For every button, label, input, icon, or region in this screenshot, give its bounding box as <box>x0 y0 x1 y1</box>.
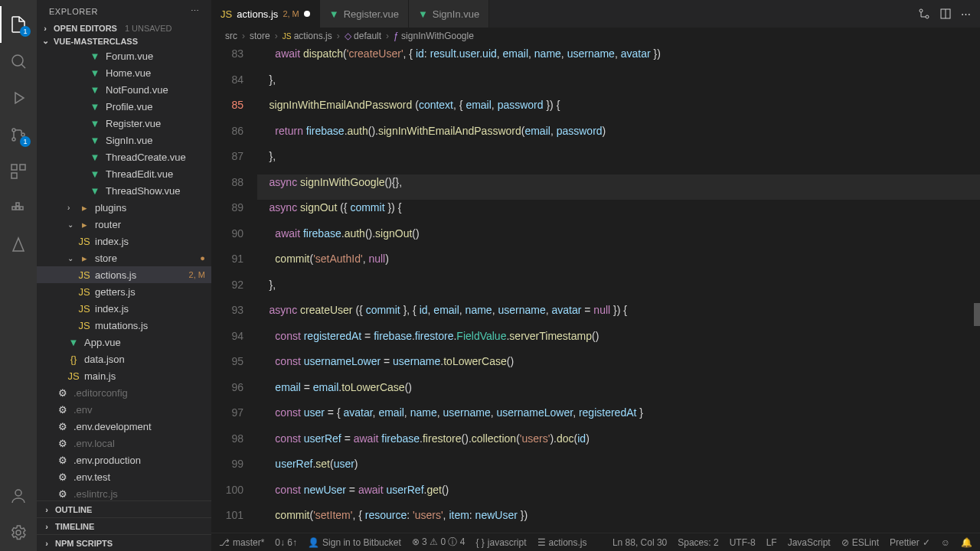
tree-item[interactable]: ▼Forum.vue <box>37 47 211 64</box>
feedback-icon[interactable]: ☺ <box>941 537 950 548</box>
tree-item[interactable]: ⚙.env.test <box>37 468 211 485</box>
tree-item-label: index.js <box>95 303 211 315</box>
tree-item[interactable]: ▼Register.vue <box>37 115 211 132</box>
chevron-icon: ⌄ <box>67 220 78 229</box>
editor[interactable]: 8384858687888990919293949596979899100101… <box>211 44 980 533</box>
tab[interactable]: ▼Register.vue <box>320 0 409 28</box>
tree-item[interactable]: ⚙.editorconfig <box>37 384 211 401</box>
open-editors-section[interactable]: › OPEN EDITORS 1 UNSAVED <box>37 22 211 34</box>
spaces-status[interactable]: Spaces: 2 <box>678 537 718 548</box>
svg-point-11 <box>15 490 21 496</box>
tree-item[interactable]: ▼App.vue <box>37 334 211 350</box>
tree-item-label: NotFound.vue <box>106 84 211 96</box>
tree-item-label: getters.js <box>95 286 211 298</box>
azure-icon[interactable] <box>0 227 37 263</box>
scm-badge: 1 <box>20 136 31 147</box>
tab[interactable]: ▼SignIn.vue <box>409 0 489 28</box>
timeline-section[interactable]: ›TIMELINE <box>37 517 211 534</box>
tree-item[interactable]: ▼ThreadCreate.vue <box>37 148 211 165</box>
git-dot: ● <box>200 253 205 262</box>
code-area[interactable]: await dispatch('createUser', { id: resul… <box>257 44 980 533</box>
breadcrumb-item[interactable]: src <box>225 31 237 41</box>
breadcrumb-item[interactable]: ◇ default <box>345 31 381 41</box>
tree-item[interactable]: ▼ThreadEdit.vue <box>37 165 211 182</box>
breadcrumb-item[interactable]: store <box>250 31 270 41</box>
more-icon[interactable]: ⋯ <box>191 6 200 16</box>
file-tree: ▼Forum.vue▼Home.vue▼NotFound.vue▼Profile… <box>37 47 211 500</box>
tree-item-label: Register.vue <box>106 118 211 129</box>
split-icon[interactable] <box>939 8 952 20</box>
docker-icon[interactable] <box>0 190 37 227</box>
extensions-icon[interactable] <box>0 153 37 190</box>
tree-item-label: .env.local <box>74 438 211 449</box>
explorer-icon[interactable]: 1 <box>0 6 37 43</box>
scrollbar-thumb[interactable] <box>974 303 980 326</box>
tree-item-label: .eslintrc.js <box>74 488 211 500</box>
branch-status[interactable]: ⎇ master* <box>219 537 264 548</box>
tree-item-label: ThreadCreate.vue <box>106 152 211 163</box>
problems-status[interactable]: ⊗ 3 ⚠ 0 ⓘ 4 <box>412 536 466 549</box>
tree-item[interactable]: JSgetters.js <box>37 283 211 300</box>
more-icon[interactable]: ⋯ <box>961 8 971 20</box>
tree-item[interactable]: ⚙.env.local <box>37 435 211 452</box>
tree-item[interactable]: ▼ThreadShow.vue <box>37 182 211 199</box>
workspace-section[interactable]: ⌄ VUE-MASTERCLASS <box>37 34 211 47</box>
sync-status[interactable]: 0↓ 6↑ <box>275 537 297 548</box>
bell-icon[interactable]: 🔔 <box>961 537 972 548</box>
tab-label: actions.js <box>237 8 278 20</box>
tree-item[interactable]: JSmain.js <box>37 367 211 384</box>
source-control-icon[interactable]: 1 <box>0 116 37 153</box>
tree-item-label: ThreadShow.vue <box>106 185 211 197</box>
search-icon[interactable] <box>0 43 37 80</box>
svg-point-2 <box>12 138 15 141</box>
file-hint[interactable]: ☰ actions.js <box>537 537 587 548</box>
scrollbar[interactable] <box>974 44 980 533</box>
tree-item-label: .editorconfig <box>74 387 211 399</box>
tree-item-label: ThreadEdit.vue <box>106 168 211 180</box>
outline-section[interactable]: ›OUTLINE <box>37 500 211 517</box>
tree-item[interactable]: ⚙.env <box>37 401 211 418</box>
svg-rect-9 <box>20 207 23 210</box>
sidebar-title: EXPLORER ⋯ <box>37 0 211 22</box>
tree-item[interactable]: ⚙.env.production <box>37 452 211 468</box>
tree-item[interactable]: {}data.json <box>37 350 211 367</box>
tree-item[interactable]: ›▸plugins <box>37 199 211 216</box>
breadcrumb-item[interactable]: JS actions.js <box>283 31 332 41</box>
signin-button[interactable]: 👤 Sign in to Bitbucket <box>308 537 401 548</box>
breadcrumb-item[interactable]: ƒ signInWithGoogle <box>394 31 474 41</box>
eslint-status[interactable]: ⊘ ESLint <box>841 537 879 548</box>
tree-item[interactable]: JSindex.js <box>37 300 211 317</box>
encoding-status[interactable]: UTF-8 <box>730 537 756 548</box>
diff-icon[interactable] <box>918 8 930 20</box>
tab-label: SignIn.vue <box>433 8 479 20</box>
tree-item[interactable]: ▼NotFound.vue <box>37 81 211 98</box>
prettier-status[interactable]: Prettier ✓ <box>890 537 930 548</box>
tree-item-label: data.json <box>84 354 211 365</box>
tree-item[interactable]: ▼Profile.vue <box>37 98 211 115</box>
cursor-position[interactable]: Ln 88, Col 30 <box>612 537 667 548</box>
tree-item[interactable]: ⌄▸store● <box>37 249 211 266</box>
npm-section[interactable]: ›NPM SCRIPTS <box>37 534 211 551</box>
tab-status: 2, M <box>283 9 299 18</box>
tree-item-label: SignIn.vue <box>106 135 211 146</box>
svg-rect-5 <box>20 165 25 170</box>
language-status[interactable]: JavaScript <box>788 537 831 548</box>
explorer-badge: 1 <box>20 26 31 37</box>
tab[interactable]: JSactions.js2, M <box>211 0 320 28</box>
eol-status[interactable]: LF <box>766 537 777 548</box>
tree-item[interactable]: JSactions.js2, M <box>37 266 211 283</box>
breadcrumb[interactable]: src›store›JS actions.js›◇ default›ƒ sign… <box>211 28 980 44</box>
tree-item[interactable]: ⌄▸router <box>37 216 211 233</box>
account-icon[interactable] <box>0 478 37 514</box>
tree-item[interactable]: ▼Home.vue <box>37 64 211 81</box>
tree-item[interactable]: ⚙.env.development <box>37 418 211 435</box>
svg-rect-10 <box>16 203 19 206</box>
tree-item[interactable]: ▼SignIn.vue <box>37 132 211 148</box>
tree-item[interactable]: ⚙.eslintrc.js <box>37 485 211 500</box>
tree-item[interactable]: JSmutations.js <box>37 317 211 334</box>
tree-item[interactable]: JSindex.js <box>37 233 211 249</box>
run-icon[interactable] <box>0 80 37 116</box>
editor-group: JSactions.js2, M▼Register.vue▼SignIn.vue… <box>211 0 980 551</box>
lang-hint[interactable]: { } javascript <box>475 537 526 548</box>
settings-icon[interactable] <box>0 514 37 551</box>
